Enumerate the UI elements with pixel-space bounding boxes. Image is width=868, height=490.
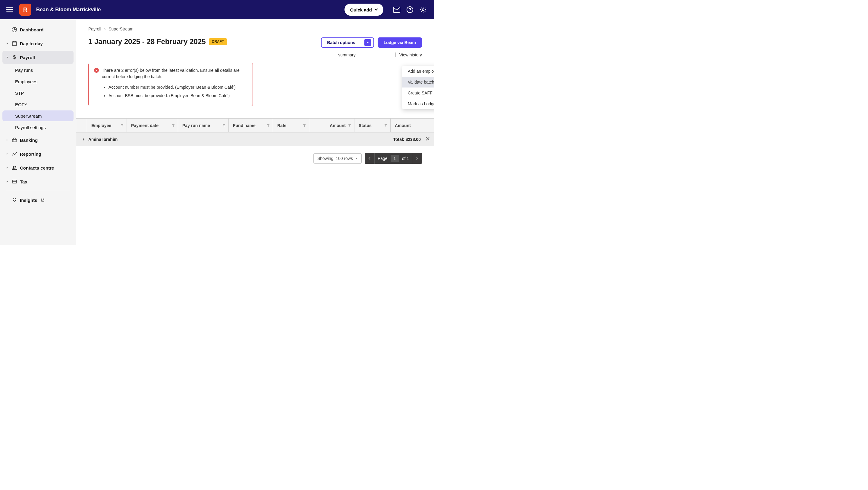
- chevron-down-icon: [374, 8, 378, 11]
- th-label: Employee: [91, 123, 111, 128]
- filter-icon[interactable]: [348, 123, 351, 128]
- th-amount-2[interactable]: Amount: [391, 119, 434, 132]
- sidebar-item-reporting[interactable]: Reporting: [2, 147, 73, 161]
- svg-rect-2: [6, 11, 13, 12]
- filter-icon[interactable]: [222, 123, 225, 128]
- sidebar-item-payroll-settings[interactable]: Payroll settings: [2, 122, 73, 133]
- th-label: Pay run name: [182, 123, 210, 128]
- caret-down-icon: [355, 157, 358, 159]
- page-of: of 1: [399, 156, 412, 161]
- expand-icon: [5, 166, 9, 170]
- table-row[interactable]: Amina Ibrahim Total: $238.00: [76, 133, 434, 146]
- sidebar-item-employees[interactable]: Employees: [2, 76, 73, 87]
- external-link-icon: [41, 198, 44, 203]
- error-message: There are 2 error(s) below from the late…: [102, 67, 247, 80]
- nav-label: Insights: [20, 198, 37, 203]
- show-summary-link-partial[interactable]: summary: [338, 53, 355, 57]
- filter-icon[interactable]: [172, 123, 175, 128]
- nav-label: Reporting: [20, 151, 41, 156]
- filter-icon[interactable]: [384, 123, 387, 128]
- sidebar-item-stp[interactable]: STP: [2, 87, 73, 98]
- nav-label: Tax: [20, 179, 27, 184]
- th-pay-run-name[interactable]: Pay run name: [178, 119, 229, 132]
- th-employee[interactable]: Employee: [87, 119, 127, 132]
- rows-per-page-dropdown[interactable]: Showing: 100 rows: [313, 153, 362, 164]
- nav-label: SuperStream: [15, 113, 41, 119]
- th-label: Amount: [330, 123, 346, 128]
- prev-page-button[interactable]: [365, 153, 374, 164]
- nav-label: STP: [15, 90, 24, 96]
- th-label: Status: [359, 123, 372, 128]
- sidebar-item-day-to-day[interactable]: Day to day: [2, 37, 73, 50]
- sidebar-item-contacts[interactable]: Contacts centre: [2, 161, 73, 174]
- caret-down-icon: [364, 39, 371, 46]
- sidebar-item-tax[interactable]: Tax: [2, 175, 73, 188]
- app-logo[interactable]: R: [19, 4, 31, 16]
- sidebar-item-pay-runs[interactable]: Pay runs: [2, 64, 73, 76]
- th-label: Payment date: [131, 123, 158, 128]
- breadcrumb-current[interactable]: SuperStream: [108, 27, 133, 31]
- nav-label: Contacts centre: [20, 165, 54, 171]
- pager: Page of 1: [365, 153, 422, 164]
- th-status[interactable]: Status: [354, 119, 391, 132]
- menu-toggle[interactable]: [5, 5, 14, 15]
- batch-options-button[interactable]: Batch options: [321, 37, 374, 48]
- svg-point-6: [422, 9, 424, 10]
- validation-error-box: ✕ There are 2 error(s) below from the la…: [88, 63, 253, 106]
- breadcrumb-root[interactable]: Payroll: [88, 27, 101, 31]
- rows-label: Showing: 100 rows: [317, 156, 353, 161]
- quick-add-button[interactable]: Quick add: [344, 4, 383, 16]
- status-badge: DRAFT: [209, 38, 227, 45]
- people-icon: [11, 165, 18, 171]
- filter-icon[interactable]: [303, 123, 306, 128]
- filter-icon[interactable]: [121, 123, 124, 128]
- row-total: Total: $238.00: [393, 137, 421, 142]
- view-history-link[interactable]: View history: [399, 53, 422, 57]
- filter-icon[interactable]: [267, 123, 270, 128]
- th-amount[interactable]: Amount: [309, 119, 354, 132]
- settings-button[interactable]: [417, 4, 429, 16]
- nav-label: Payroll settings: [15, 125, 46, 130]
- help-icon: ?: [406, 6, 413, 13]
- next-page-button[interactable]: [412, 153, 422, 164]
- th-fund-name[interactable]: Fund name: [229, 119, 273, 132]
- table-header: Employee Payment date Pay run name Fund …: [76, 119, 434, 133]
- close-icon[interactable]: [426, 137, 430, 142]
- collapse-icon: [5, 56, 9, 59]
- svg-rect-1: [6, 9, 13, 10]
- th-payment-date[interactable]: Payment date: [127, 119, 178, 132]
- th-label: Rate: [277, 123, 286, 128]
- svg-rect-0: [6, 7, 13, 8]
- sidebar-item-dashboard[interactable]: Dashboard: [2, 23, 73, 36]
- svg-rect-12: [12, 180, 17, 183]
- sidebar-item-insights[interactable]: Insights: [2, 194, 73, 207]
- sidebar-item-superstream[interactable]: SuperStream: [2, 110, 73, 121]
- dropdown-validate-batch[interactable]: Validate batch: [402, 77, 434, 87]
- divider: [6, 191, 70, 191]
- sidebar-item-payroll[interactable]: $ Payroll: [2, 51, 73, 64]
- sidebar-item-eofy[interactable]: EOFY: [2, 99, 73, 110]
- svg-point-10: [13, 166, 14, 168]
- dropdown-add-employee[interactable]: Add an employee: [402, 66, 434, 77]
- th-label: Fund name: [233, 123, 255, 128]
- error-item: Account BSB must be provided. (Employer …: [108, 91, 247, 100]
- data-table: Employee Payment date Pay run name Fund …: [76, 118, 434, 146]
- dropdown-mark-lodged[interactable]: Mark as Lodged: [402, 98, 434, 109]
- expand-icon: [5, 41, 9, 45]
- mail-button[interactable]: [391, 4, 403, 16]
- pagination: Showing: 100 rows Page of 1: [88, 153, 422, 164]
- company-name: Bean & Bloom Marrickville: [36, 7, 101, 13]
- mail-icon: [393, 7, 400, 13]
- nav-label: Employees: [15, 79, 37, 84]
- breadcrumb: Payroll › SuperStream: [88, 27, 422, 31]
- gear-icon: [420, 6, 427, 13]
- help-button[interactable]: ?: [404, 4, 416, 16]
- sidebar-item-banking[interactable]: Banking: [2, 133, 73, 147]
- dropdown-create-saff[interactable]: Create SAFF: [402, 87, 434, 98]
- error-item: Account number must be provided. (Employ…: [108, 83, 247, 91]
- th-rate[interactable]: Rate: [273, 119, 309, 132]
- expand-row-icon[interactable]: [81, 138, 87, 141]
- nav-label: EOFY: [15, 102, 27, 107]
- lodge-button[interactable]: Lodge via Beam: [378, 37, 422, 48]
- page-input[interactable]: [391, 155, 399, 162]
